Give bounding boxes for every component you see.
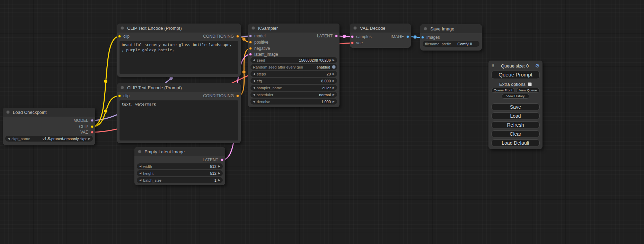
input-dot-latent-image[interactable]: [249, 53, 252, 56]
increment-arrow-icon[interactable]: ▶: [333, 73, 335, 75]
output-dot-clip[interactable]: [91, 125, 94, 128]
collapse-dot-icon[interactable]: [6, 110, 10, 114]
widget-batch-size[interactable]: ◀ batch_size 1 ▶: [137, 177, 223, 183]
graph-canvas[interactable]: Load Checkpoint MODEL CLIP VAE ◀ ckpt_na…: [0, 0, 644, 244]
drag-handle-icon[interactable]: ⠿: [491, 63, 495, 69]
toggle-knob-icon[interactable]: [332, 65, 336, 69]
wire-image-midpoint-dot: [413, 35, 417, 39]
node-title-bar[interactable]: KSampler: [248, 24, 339, 33]
decrement-arrow-icon[interactable]: ◀: [8, 137, 10, 140]
node-title-bar[interactable]: CLIP Text Encode (Prompt): [117, 83, 241, 92]
view-history-row: View History: [491, 94, 540, 99]
widget-cfg[interactable]: ◀ cfg 8.000 ▶: [250, 78, 337, 84]
negative-prompt-textarea[interactable]: text, watermark: [120, 100, 238, 141]
output-dot-latent[interactable]: [221, 159, 223, 161]
queue-prompt-button[interactable]: Queue Prompt: [491, 71, 540, 79]
input-dot-negative[interactable]: [249, 47, 252, 50]
node-title-bar[interactable]: Load Checkpoint: [3, 108, 95, 117]
widget-value: ComfyUI: [457, 42, 472, 46]
increment-arrow-icon[interactable]: ▶: [88, 137, 90, 140]
node-title-bar[interactable]: CLIP Text Encode (Prompt): [117, 24, 241, 33]
view-history-button[interactable]: View History: [502, 94, 529, 99]
decrement-arrow-icon[interactable]: ◀: [139, 172, 141, 175]
extra-options-checkbox[interactable]: [528, 82, 532, 86]
node-vae-decode[interactable]: VAE Decode samples vae IMAGE: [350, 24, 411, 48]
widget-value: 156680208700286: [299, 58, 331, 62]
load-default-button[interactable]: Load Default: [491, 139, 540, 146]
widget-scheduler[interactable]: ◀ scheduler normal ▶: [250, 92, 337, 98]
increment-arrow-icon[interactable]: ▶: [333, 80, 335, 82]
widget-filename-prefix[interactable]: filename_prefix ComfyUI: [423, 41, 479, 47]
queue-front-button[interactable]: Queue Front: [491, 88, 515, 93]
view-queue-button[interactable]: View Queue: [516, 88, 540, 93]
node-save-image[interactable]: Save Image images filename_prefix ComfyU…: [420, 24, 482, 51]
increment-arrow-icon[interactable]: ▶: [218, 179, 220, 182]
widget-seed[interactable]: ◀ seed 156680208700286 ▶: [250, 57, 337, 63]
widget-value: 512: [210, 171, 216, 175]
node-title: CLIP Text Encode (Prompt): [127, 85, 182, 90]
output-dot-latent[interactable]: [335, 35, 338, 37]
widget-random-seed-toggle[interactable]: Random seed after every gen enabled: [250, 64, 337, 70]
node-title: KSampler: [258, 26, 278, 31]
widget-height[interactable]: ◀ height 512 ▶: [137, 170, 223, 176]
collapse-dot-icon[interactable]: [138, 150, 141, 153]
widget-label: sampler_name: [257, 86, 282, 90]
decrement-arrow-icon[interactable]: ◀: [253, 87, 255, 89]
output-dot-conditioning[interactable]: [236, 35, 239, 38]
node-ksampler[interactable]: KSampler model positive negative latent_…: [248, 24, 339, 107]
output-dot-conditioning[interactable]: [236, 94, 239, 97]
input-dot-positive[interactable]: [249, 41, 252, 44]
output-dot-vae[interactable]: [91, 131, 94, 134]
wire-cond-negative-midpoint-dot: [242, 70, 246, 74]
widget-denoise[interactable]: ◀ denoise 1.000 ▶: [250, 99, 337, 105]
node-load-checkpoint[interactable]: Load Checkpoint MODEL CLIP VAE ◀ ckpt_na…: [3, 108, 95, 145]
node-empty-latent-image[interactable]: Empty Latent Image LATENT ◀ width 512 ▶ …: [134, 147, 225, 185]
decrement-arrow-icon[interactable]: ◀: [253, 59, 255, 62]
widget-width[interactable]: ◀ width 512 ▶: [137, 163, 223, 169]
input-dot-images[interactable]: [421, 36, 424, 39]
collapse-dot-icon[interactable]: [353, 26, 357, 30]
collapse-dot-icon[interactable]: [121, 26, 124, 30]
decrement-arrow-icon[interactable]: ◀: [139, 165, 141, 168]
increment-arrow-icon[interactable]: ▶: [218, 172, 220, 175]
slot-label-image: IMAGE: [390, 34, 404, 39]
increment-arrow-icon[interactable]: ▶: [333, 87, 335, 89]
widget-value: 1: [214, 178, 217, 182]
decrement-arrow-icon[interactable]: ◀: [253, 73, 255, 75]
node-title-bar[interactable]: Save Image: [420, 24, 482, 33]
load-button[interactable]: Load: [491, 112, 540, 119]
node-clip-text-encode-negative[interactable]: CLIP Text Encode (Prompt) clip CONDITION…: [117, 83, 241, 143]
settings-gear-icon[interactable]: ⚙: [535, 63, 540, 69]
node-clip-text-encode-positive[interactable]: CLIP Text Encode (Prompt) clip CONDITION…: [117, 24, 241, 77]
decrement-arrow-icon[interactable]: ◀: [139, 179, 141, 182]
increment-arrow-icon[interactable]: ▶: [333, 59, 335, 62]
widget-steps[interactable]: ◀ steps 20 ▶: [250, 71, 337, 77]
decrement-arrow-icon[interactable]: ◀: [253, 80, 255, 82]
slot-row-latent-output: LATENT: [248, 33, 339, 39]
widget-value: euler: [322, 86, 330, 90]
refresh-button[interactable]: Refresh: [491, 121, 540, 128]
slot-row-vae: VAE: [3, 129, 95, 135]
increment-arrow-icon[interactable]: ▶: [333, 100, 335, 103]
output-dot-image[interactable]: [406, 35, 409, 38]
output-dot-model[interactable]: [91, 119, 94, 122]
decrement-arrow-icon[interactable]: ◀: [253, 93, 255, 96]
collapse-dot-icon[interactable]: [121, 86, 124, 89]
menu-header: ⠿ Queue size: 0 ⚙: [491, 62, 540, 69]
node-title-bar[interactable]: VAE Decode: [350, 24, 411, 33]
slot-label-latent-image: latent_image: [254, 52, 278, 57]
widget-ckpt-name[interactable]: ◀ ckpt_name v1-5-pruned-emaonly.ckpt ▶: [5, 136, 93, 142]
positive-prompt-textarea[interactable]: beautiful scenery nature glass bottle la…: [120, 41, 238, 74]
slot-label-vae: VAE: [80, 130, 88, 135]
decrement-arrow-icon[interactable]: ◀: [253, 100, 255, 103]
increment-arrow-icon[interactable]: ▶: [333, 93, 335, 96]
clear-button[interactable]: Clear: [491, 130, 540, 137]
collapse-dot-icon[interactable]: [424, 27, 427, 30]
wire-clip-negative-midpoint-dot: [104, 109, 107, 113]
node-title-bar[interactable]: Empty Latent Image: [134, 147, 225, 156]
collapse-dot-icon[interactable]: [252, 26, 255, 30]
input-dot-vae[interactable]: [351, 42, 354, 44]
save-button[interactable]: Save: [491, 103, 540, 110]
widget-sampler-name[interactable]: ◀ sampler_name euler ▶: [250, 85, 337, 91]
increment-arrow-icon[interactable]: ▶: [218, 165, 220, 168]
